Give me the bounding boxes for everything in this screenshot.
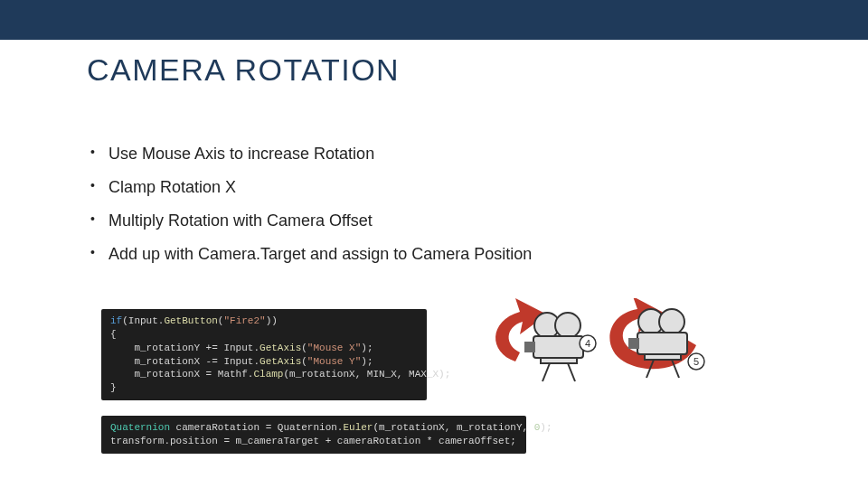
- code-text: (: [301, 356, 307, 367]
- camera-rotation-diagram: 4 5: [470, 298, 723, 407]
- svg-rect-10: [628, 338, 639, 349]
- code-text: }: [110, 382, 117, 393]
- bullet-item: Clamp Rotation X: [90, 178, 814, 197]
- code-fn: Clamp: [253, 369, 283, 380]
- code-fn: Euler: [343, 422, 373, 433]
- svg-rect-11: [645, 354, 681, 360]
- code-text: m_rotationX = Mathf.: [110, 369, 253, 380]
- code-text: (Input.: [122, 315, 164, 326]
- bullet-item: Add up with Camera.Target and assign to …: [90, 245, 814, 264]
- svg-line-6: [568, 363, 575, 381]
- badge-label: 5: [693, 356, 699, 367]
- code-text: m_rotationX -= Input.: [110, 356, 259, 367]
- code-fn: GetButton: [164, 315, 217, 326]
- code-text: {: [110, 329, 117, 340]
- bullet-list: Use Mouse Axis to increase Rotation Clam…: [90, 145, 814, 278]
- code-text: )): [266, 315, 278, 326]
- badge-label: 4: [585, 338, 590, 349]
- code-text: );: [540, 422, 552, 433]
- code-snippet-input: if(Input.GetButton("Fire2")) { m_rotatio…: [101, 309, 427, 400]
- code-text: (m_rotationX, MIN_X, MAX_X);: [283, 369, 450, 380]
- code-text: (m_rotationX, m_rotationY,: [373, 422, 533, 433]
- code-text: transform.position = m_cameraTarget + ca…: [110, 436, 516, 446]
- code-snippet-transform: Quaternion cameraRotation = Quaternion.E…: [101, 416, 526, 454]
- bullet-item: Multiply Rotation with Camera Offset: [90, 211, 814, 230]
- svg-line-5: [542, 363, 550, 381]
- svg-rect-4: [541, 358, 577, 363]
- slide: CAMERA ROTATION Use Mouse Axis to increa…: [0, 0, 868, 488]
- code-string: "Mouse X": [307, 343, 361, 353]
- code-class: Quaternion: [110, 422, 170, 433]
- slide-title: CAMERA ROTATION: [87, 52, 400, 88]
- code-keyword: if: [110, 315, 122, 326]
- svg-rect-9: [637, 333, 687, 354]
- code-fn: GetAxis: [259, 356, 301, 367]
- svg-point-1: [555, 313, 580, 338]
- bullet-item: Use Mouse Axis to increase Rotation: [90, 145, 814, 164]
- code-fn: GetAxis: [259, 343, 301, 353]
- code-text: );: [361, 343, 373, 353]
- svg-rect-3: [524, 342, 535, 352]
- code-text: m_rotationY += Input.: [110, 343, 259, 353]
- svg-rect-2: [533, 336, 583, 358]
- code-text: cameraRotation = Quaternion.: [170, 422, 343, 433]
- code-text: );: [361, 356, 373, 367]
- code-text: (: [301, 343, 307, 353]
- code-string: "Fire2": [223, 315, 265, 326]
- svg-point-8: [659, 309, 684, 334]
- code-string: "Mouse Y": [307, 356, 361, 367]
